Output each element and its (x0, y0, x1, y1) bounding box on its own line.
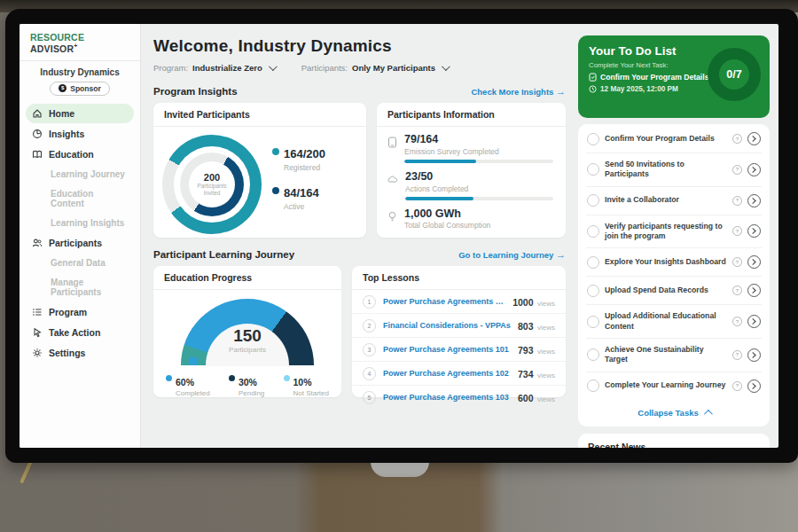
task-chevron-button[interactable] (747, 194, 761, 207)
book-icon (32, 149, 43, 160)
lesson-link[interactable]: Financial Considerations - VPPAs (383, 321, 511, 330)
page-title: Welcome, Industry Dynamics (153, 36, 566, 56)
chevron-right-icon (750, 352, 756, 358)
legend-dot-completed (166, 375, 172, 381)
arrow-right-icon: → (556, 249, 566, 260)
brand-secondary: ADVISOR (30, 43, 74, 54)
task-label: Achieve One Sustainability Target (605, 345, 727, 365)
info-icon[interactable]: ? (732, 165, 742, 175)
info-icon[interactable]: ? (732, 317, 742, 326)
task-label: Invite a Collaborator (605, 195, 727, 205)
sponsor-label: Sponsor (70, 84, 100, 93)
education-progress-card: Education Progress 150 Participants 60% (153, 266, 341, 397)
sidebar-item-label: Settings (49, 348, 85, 358)
progress-track (405, 197, 553, 200)
stat-label: Total Global Consumption (404, 221, 553, 230)
chevron-right-icon (750, 228, 756, 234)
task-chevron-button[interactable] (747, 224, 761, 238)
sidebar-item-learning-insights[interactable]: Learning Insights (26, 214, 134, 232)
todo-task-row: Explore Your Insights Dashboard ? (586, 248, 762, 277)
lesson-link[interactable]: Power Purchase Agreements 103 (383, 393, 511, 402)
todo-panel: Your To Do List Complete Your Next Task:… (575, 24, 778, 448)
task-checkbox[interactable] (587, 316, 599, 328)
sidebar-item-program[interactable]: Program (26, 302, 134, 322)
task-checkbox[interactable] (587, 379, 599, 392)
check-more-insights-link[interactable]: Check More Insights → (471, 86, 566, 97)
task-label: Complete Your Learning Journey (605, 380, 727, 390)
sidebar-item-manage-participants[interactable]: Manage Participants (26, 273, 134, 301)
task-chevron-button[interactable] (747, 255, 761, 269)
sidebar-item-insights[interactable]: Insights (26, 124, 134, 144)
lesson-views: 600 views (518, 389, 555, 405)
card-title: Top Lessons (352, 266, 566, 290)
task-chevron-button[interactable] (747, 379, 761, 393)
gauge-end-marker (298, 357, 306, 365)
sidebar-item-home[interactable]: Home (26, 104, 134, 123)
task-label: Send 50 Invitations to Participants (605, 160, 727, 180)
task-label: Confirm Your Program Details (605, 134, 727, 144)
sponsor-badge[interactable]: $ Sponsor (50, 82, 109, 96)
task-chevron-button[interactable] (747, 284, 761, 297)
task-checkbox[interactable] (587, 348, 599, 361)
recent-news-heading: Recent News (588, 442, 760, 449)
stat-value: 23/50 (405, 171, 553, 184)
lesson-rank-badge: 4 (363, 367, 376, 380)
sponsor-icon: $ (59, 84, 66, 92)
task-chevron-button[interactable] (747, 163, 761, 176)
sidebar-item-education-content[interactable]: Education Content (26, 184, 134, 213)
todo-task-row: Complete Your Learning Journey ? (586, 372, 762, 400)
task-chevron-button[interactable] (747, 132, 761, 145)
info-icon[interactable]: ? (732, 196, 742, 206)
lesson-views: 803 views (518, 317, 555, 333)
registered-label: Registered (284, 163, 325, 172)
todo-task-row: Upload Spend Data Records ? (586, 277, 762, 305)
lesson-link[interactable]: Power Purchase Agreements 102 (383, 369, 511, 378)
go-to-learning-journey-link[interactable]: Go to Learning Journey → (458, 249, 566, 260)
collapse-tasks-link[interactable]: Collapse Tasks (586, 400, 762, 426)
todo-progress-count: 0/7 (726, 68, 741, 81)
task-checkbox[interactable] (587, 225, 599, 238)
info-icon[interactable]: ? (732, 257, 742, 267)
chevron-right-icon (750, 287, 756, 293)
info-icon[interactable]: ? (732, 381, 742, 391)
info-icon[interactable]: ? (732, 286, 742, 295)
sidebar-menu: Home Insights Education Learning Journey… (20, 96, 140, 363)
lesson-link[interactable]: Power Purchase Agreements 101 (383, 345, 511, 354)
info-icon[interactable]: ? (732, 350, 742, 360)
program-insights-heading: Program Insights (153, 86, 238, 97)
lesson-rank-badge: 2 (363, 319, 376, 332)
stat-label: Emission Survey Completed (404, 147, 553, 156)
top-lessons-card: Top Lessons 1 Power Purchase Agreements … (352, 266, 566, 397)
registered-value: 164/200 (284, 147, 325, 160)
stat-label: Actions Completed (405, 184, 553, 193)
task-checkbox[interactable] (587, 163, 599, 176)
gear-icon (32, 348, 43, 358)
task-checkbox[interactable] (587, 256, 599, 269)
todo-summary-card: Your To Do List Complete Your Next Task:… (578, 35, 770, 118)
task-checkbox[interactable] (587, 285, 599, 297)
program-filter[interactable]: Program: Industrialize Zero (153, 63, 275, 73)
legend-dot-not-started (284, 375, 290, 381)
task-chevron-button[interactable] (747, 348, 761, 362)
lightbulb-icon (387, 211, 397, 223)
sidebar-item-settings[interactable]: Settings (26, 343, 134, 363)
task-checkbox[interactable] (587, 133, 599, 145)
legend-dot-pending (229, 375, 235, 381)
sidebar-item-learning-journey[interactable]: Learning Journey (26, 165, 134, 184)
info-icon[interactable]: ? (732, 226, 742, 236)
brand-logo: RESOURCE ADVISOR+ (20, 24, 140, 61)
sidebar-item-label: Insights (49, 129, 84, 139)
info-icon[interactable]: ? (732, 134, 742, 144)
todo-task-row: Invite a Collaborator ? (586, 187, 762, 215)
sidebar-item-take-action[interactable]: Take Action (26, 323, 134, 342)
sidebar-item-general-data[interactable]: General Data (26, 254, 134, 272)
sidebar-item-participants[interactable]: Participants (26, 233, 134, 253)
task-checkbox[interactable] (587, 194, 599, 207)
stat-value: 79/164 (404, 134, 553, 146)
lesson-link[interactable]: Power Purchase Agreements 101 (383, 297, 505, 306)
participants-filter[interactable]: Participants: Only My Participants (301, 63, 448, 73)
task-chevron-button[interactable] (747, 315, 761, 328)
sidebar-item-education[interactable]: Education (26, 145, 134, 164)
chevron-down-icon (442, 62, 450, 71)
filters-row: Program: Industrialize Zero Participants… (153, 63, 566, 73)
